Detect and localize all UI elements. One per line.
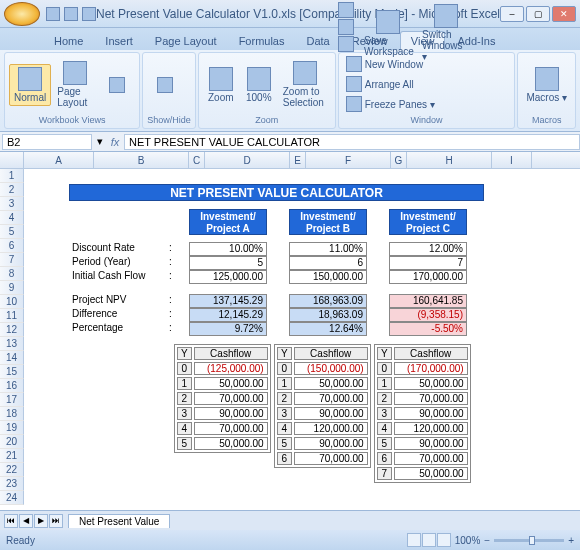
year-cell[interactable]: 3 xyxy=(277,407,292,420)
sheet-nav-first[interactable]: ⏮ xyxy=(4,514,18,528)
cashflow-cell[interactable]: (150,000.00) xyxy=(294,362,368,375)
row-header[interactable]: 3 xyxy=(0,197,24,211)
cashflow-cell[interactable]: (170,000.00) xyxy=(394,362,468,375)
year-cell[interactable]: 0 xyxy=(277,362,292,375)
cashflow-cell[interactable]: 70,000.00 xyxy=(294,452,368,465)
row-header[interactable]: 8 xyxy=(0,267,24,281)
year-cell[interactable]: 4 xyxy=(277,422,292,435)
cells-area[interactable]: NET PRESENT VALUE CALCULATOR Investment/… xyxy=(24,169,580,510)
sheet-nav-prev[interactable]: ◀ xyxy=(19,514,33,528)
value-cell[interactable]: 11.00% xyxy=(289,242,367,256)
arrange-all-button[interactable]: Arrange All xyxy=(343,75,417,93)
cashflow-cell[interactable]: 70,000.00 xyxy=(394,392,468,405)
year-cell[interactable]: 2 xyxy=(177,392,192,405)
value-cell[interactable]: 137,145.29 xyxy=(189,294,267,308)
macros-button[interactable]: Macros ▾ xyxy=(522,65,571,105)
year-cell[interactable]: 7 xyxy=(377,467,392,480)
cashflow-cell[interactable]: 70,000.00 xyxy=(294,392,368,405)
select-all-corner[interactable] xyxy=(0,152,24,168)
year-cell[interactable]: 6 xyxy=(277,452,292,465)
row-header[interactable]: 16 xyxy=(0,379,24,393)
undo-icon[interactable] xyxy=(64,7,78,21)
page-break-view-icon[interactable] xyxy=(437,533,451,547)
value-cell[interactable]: -5.50% xyxy=(389,322,467,336)
zoom-thumb[interactable] xyxy=(529,536,535,545)
cashflow-cell[interactable]: 50,000.00 xyxy=(394,467,468,480)
value-cell[interactable]: 9.72% xyxy=(189,322,267,336)
row-header[interactable]: 1 xyxy=(0,169,24,183)
zoom-selection-button[interactable]: Zoom to Selection xyxy=(279,59,331,110)
cashflow-cell[interactable]: 90,000.00 xyxy=(294,437,368,450)
zoom-button[interactable]: Zoom xyxy=(203,65,239,105)
col-header[interactable]: H xyxy=(407,152,492,168)
cashflow-cell[interactable]: 90,000.00 xyxy=(294,407,368,420)
sheet-nav-last[interactable]: ⏭ xyxy=(49,514,63,528)
cashflow-cell[interactable]: 120,000.00 xyxy=(294,422,368,435)
row-header[interactable]: 10 xyxy=(0,295,24,309)
col-header[interactable]: F xyxy=(306,152,391,168)
row-header[interactable]: 15 xyxy=(0,365,24,379)
tab-formulas[interactable]: Formulas xyxy=(229,32,295,50)
col-header[interactable]: C xyxy=(189,152,205,168)
zoom-slider[interactable] xyxy=(494,539,564,542)
row-header[interactable]: 4 xyxy=(0,211,24,225)
year-cell[interactable]: 4 xyxy=(177,422,192,435)
value-cell[interactable]: 160,641.85 xyxy=(389,294,467,308)
tab-insert[interactable]: Insert xyxy=(95,32,143,50)
cashflow-cell[interactable]: 50,000.00 xyxy=(394,377,468,390)
col-header[interactable]: G xyxy=(391,152,407,168)
value-cell[interactable]: 12,145.29 xyxy=(189,308,267,322)
page-layout-view-icon[interactable] xyxy=(422,533,436,547)
cashflow-cell[interactable]: 90,000.00 xyxy=(194,407,268,420)
value-cell[interactable]: 10.00% xyxy=(189,242,267,256)
freeze-panes-button[interactable]: Freeze Panes ▾ xyxy=(343,95,438,113)
year-cell[interactable]: 0 xyxy=(377,362,392,375)
row-header[interactable]: 12 xyxy=(0,323,24,337)
cashflow-cell[interactable]: (125,000.00) xyxy=(194,362,268,375)
col-header[interactable]: E xyxy=(290,152,306,168)
year-cell[interactable]: 3 xyxy=(177,407,192,420)
cashflow-cell[interactable]: 90,000.00 xyxy=(394,407,468,420)
value-cell[interactable]: 170,000.00 xyxy=(389,270,467,284)
row-header[interactable]: 24 xyxy=(0,491,24,505)
value-cell[interactable]: 168,963.09 xyxy=(289,294,367,308)
cashflow-cell[interactable]: 70,000.00 xyxy=(394,452,468,465)
office-button[interactable] xyxy=(4,2,40,26)
hide-icon[interactable] xyxy=(338,19,354,35)
row-header[interactable]: 17 xyxy=(0,393,24,407)
year-cell[interactable]: 1 xyxy=(377,377,392,390)
switch-windows-button[interactable]: Switch Windows ▾ xyxy=(418,2,474,64)
cashflow-cell[interactable]: 90,000.00 xyxy=(394,437,468,450)
year-cell[interactable]: 6 xyxy=(377,452,392,465)
custom-views-button[interactable] xyxy=(99,75,135,95)
cashflow-cell[interactable]: 70,000.00 xyxy=(194,392,268,405)
row-header[interactable]: 14 xyxy=(0,351,24,365)
year-cell[interactable]: 5 xyxy=(177,437,192,450)
year-cell[interactable]: 0 xyxy=(177,362,192,375)
value-cell[interactable]: 150,000.00 xyxy=(289,270,367,284)
maximize-button[interactable]: ▢ xyxy=(526,6,550,22)
normal-view-icon[interactable] xyxy=(407,533,421,547)
row-header[interactable]: 22 xyxy=(0,463,24,477)
col-header[interactable]: D xyxy=(205,152,290,168)
minimize-button[interactable]: – xyxy=(500,6,524,22)
year-cell[interactable]: 3 xyxy=(377,407,392,420)
year-cell[interactable]: 1 xyxy=(177,377,192,390)
zoom-level[interactable]: 100% xyxy=(455,535,481,546)
year-cell[interactable]: 2 xyxy=(277,392,292,405)
redo-icon[interactable] xyxy=(82,7,96,21)
cashflow-cell[interactable]: 120,000.00 xyxy=(394,422,468,435)
value-cell[interactable]: 6 xyxy=(289,256,367,270)
save-icon[interactable] xyxy=(46,7,60,21)
row-header[interactable]: 5 xyxy=(0,225,24,239)
tab-home[interactable]: Home xyxy=(44,32,93,50)
page-layout-button[interactable]: Page Layout xyxy=(53,59,97,110)
close-button[interactable]: ✕ xyxy=(552,6,576,22)
col-header[interactable]: B xyxy=(94,152,189,168)
row-header[interactable]: 18 xyxy=(0,407,24,421)
tab-page-layout[interactable]: Page Layout xyxy=(145,32,227,50)
value-cell[interactable]: 12.00% xyxy=(389,242,467,256)
row-header[interactable]: 20 xyxy=(0,435,24,449)
row-header[interactable]: 6 xyxy=(0,239,24,253)
cashflow-cell[interactable]: 50,000.00 xyxy=(194,377,268,390)
